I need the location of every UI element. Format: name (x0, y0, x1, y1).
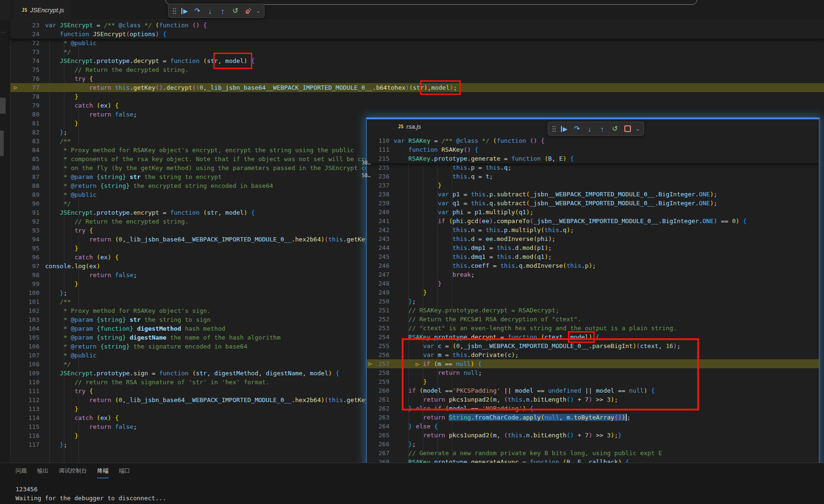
line-number[interactable]: 248 (373, 279, 389, 288)
line-number[interactable]: 81 (21, 119, 39, 128)
code-line[interactable]: 111 function RSAKey() { (367, 145, 819, 154)
gutter[interactable] (10, 47, 21, 56)
line-number[interactable]: 247 (373, 270, 389, 279)
code-line[interactable]: 110var RSAKey = /** @class */ (function … (367, 136, 819, 145)
line-number[interactable]: 255 (373, 341, 389, 350)
gutter[interactable] (367, 288, 373, 297)
drag-handle-icon[interactable] (552, 125, 556, 132)
gutter[interactable] (10, 199, 21, 208)
line-number[interactable]: 88 (21, 181, 39, 190)
code-line[interactable]: 74 JSEncrypt.prototype.decrypt = functio… (10, 56, 824, 65)
line-number[interactable]: 241 (373, 217, 389, 225)
line-number[interactable]: 110 (373, 136, 389, 145)
line-number[interactable]: 24 (21, 30, 39, 39)
gutter[interactable] (10, 271, 21, 279)
line-number[interactable]: 244 (373, 243, 389, 252)
line-number[interactable]: 89 (21, 190, 39, 199)
line-number[interactable]: 254 (373, 333, 389, 341)
gutter[interactable] (10, 163, 21, 172)
gutter[interactable] (10, 30, 21, 39)
line-number[interactable]: 257 (373, 359, 389, 368)
line-number[interactable]: 104 (21, 324, 39, 333)
line-number[interactable]: 78 (21, 92, 39, 101)
code-line[interactable]: 239 var q1 = this.q.subtract(_jsbn__WEBP… (367, 199, 819, 208)
gutter[interactable] (367, 315, 373, 324)
line-number[interactable]: 82 (21, 128, 39, 137)
code-line[interactable]: 264 } else { (367, 422, 819, 431)
line-number[interactable]: 242 (373, 225, 389, 234)
gutter[interactable] (10, 279, 21, 288)
code-line[interactable]: 267 // Generate a new random private key… (367, 449, 819, 457)
gutter[interactable] (367, 270, 373, 279)
line-number[interactable]: 265 (373, 431, 389, 440)
panel-tab-端口[interactable]: 端口 (119, 467, 130, 478)
gutter[interactable] (10, 101, 21, 110)
code-line[interactable]: 76 try { (10, 74, 824, 83)
code-line[interactable]: 240 var phi = p1.multiply(q1); (367, 208, 819, 217)
gutter[interactable] (367, 395, 373, 404)
gutter[interactable] (367, 297, 373, 306)
gutter[interactable] (10, 297, 21, 306)
line-number[interactable]: 73 (21, 47, 39, 56)
panel-tab-终端[interactable]: 终端 (97, 467, 109, 478)
code-line[interactable]: 23var JSEncrypt = /** @class */ (functio… (10, 21, 824, 30)
line-number[interactable]: 253 (373, 324, 389, 333)
code-line[interactable]: 237 } (367, 181, 819, 190)
code-line[interactable]: ▷77 return this.getKey().decrypt((0,_lib… (10, 83, 824, 92)
code-line[interactable]: 252 // Return the PKCS#1 RSA decryption … (367, 315, 819, 324)
gutter[interactable] (10, 181, 21, 190)
line-number[interactable]: 266 (373, 440, 389, 449)
gutter[interactable] (10, 387, 21, 395)
code-line[interactable]: 24 function JSEncrypt(options) { (10, 30, 824, 39)
code-line[interactable]: 75 // Return the decrypted string. (10, 65, 824, 74)
gutter[interactable] (10, 360, 21, 369)
line-number[interactable]: 99 (21, 279, 39, 288)
line-number[interactable]: 245 (373, 252, 389, 261)
line-number[interactable]: 102 (21, 306, 39, 315)
line-number[interactable]: 76 (21, 74, 39, 83)
line-number[interactable]: 108 (21, 360, 39, 369)
step-over-icon[interactable]: ↷ (193, 6, 202, 16)
line-number[interactable]: 97 (21, 262, 39, 271)
gutter[interactable] (367, 386, 373, 395)
step-out-icon[interactable]: ↑ (598, 124, 607, 134)
chevron-down-icon[interactable]: ⌄ (636, 126, 640, 132)
gutter[interactable] (367, 234, 373, 243)
line-number[interactable]: 110 (21, 378, 39, 387)
gutter[interactable] (367, 252, 373, 261)
line-number[interactable]: 258 (373, 368, 389, 377)
panel-tab-问题[interactable]: 问题 (16, 467, 27, 478)
gutter[interactable] (10, 395, 21, 404)
gutter[interactable] (367, 422, 373, 431)
gutter[interactable] (367, 377, 373, 386)
gutter[interactable] (10, 369, 21, 378)
line-number[interactable]: 112 (21, 395, 39, 404)
gutter[interactable] (367, 350, 373, 359)
line-number[interactable]: 91 (21, 208, 39, 217)
gutter[interactable] (10, 65, 21, 74)
gutter[interactable] (10, 56, 21, 65)
gutter[interactable] (367, 181, 373, 190)
restart-icon[interactable]: ↺ (231, 6, 240, 16)
code-line[interactable]: 246 this.coeff = this.q.modInverse(this.… (367, 261, 819, 270)
line-number[interactable]: 109 (21, 369, 39, 378)
code-line[interactable]: 243 this.d = ee.modInverse(phi); (367, 234, 819, 243)
gutter[interactable] (367, 136, 373, 145)
line-number[interactable]: 95 (21, 244, 39, 253)
gutter[interactable] (367, 261, 373, 270)
debug-current-line-arrow-icon[interactable]: ▷ (367, 359, 373, 368)
line-number[interactable]: 256 (373, 350, 389, 359)
line-number[interactable]: 90 (21, 199, 39, 208)
line-number[interactable]: 105 (21, 333, 39, 342)
gutter[interactable] (10, 262, 21, 271)
step-into-icon[interactable]: ↓ (205, 6, 215, 16)
gutter[interactable] (10, 217, 21, 226)
step-out-icon[interactable]: ↑ (218, 6, 227, 16)
gutter[interactable] (10, 404, 21, 413)
code-line[interactable]: 78 } (10, 92, 824, 101)
line-number[interactable]: 251 (373, 306, 389, 315)
panel-tab-调试控制台[interactable]: 调试控制台 (59, 467, 87, 478)
step-into-icon[interactable]: ↓ (585, 124, 594, 134)
gutter[interactable] (10, 378, 21, 387)
gutter[interactable] (10, 324, 21, 333)
